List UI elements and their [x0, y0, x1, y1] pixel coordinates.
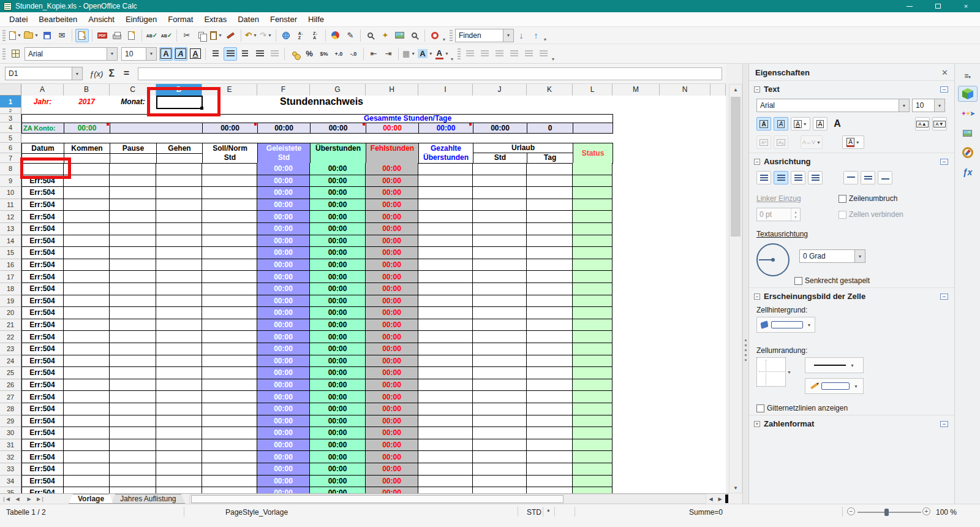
- email-button[interactable]: ✉: [55, 29, 69, 42]
- degrees-dropdown-icon[interactable]: ▼: [854, 250, 865, 262]
- new-document-button[interactable]: ▼: [9, 29, 22, 42]
- cell-L31[interactable]: [573, 439, 612, 452]
- column-header-D[interactable]: D: [156, 84, 202, 96]
- cell-I26[interactable]: [418, 379, 473, 392]
- row-header-17[interactable]: 17: [0, 271, 21, 283]
- cell-B29[interactable]: [64, 415, 110, 428]
- align-toolbar-overflow-icon[interactable]: ▾: [552, 56, 554, 62]
- header-status[interactable]: Status: [573, 143, 613, 164]
- cell-E11[interactable]: [202, 199, 257, 211]
- align-top-button[interactable]: [464, 47, 477, 61]
- cell-K21[interactable]: [527, 319, 573, 332]
- cell-I21[interactable]: [418, 319, 473, 332]
- character-spacing-button[interactable]: A↔V▼: [801, 135, 823, 149]
- cell-D19[interactable]: [156, 295, 202, 308]
- currency-format-button[interactable]: [288, 47, 301, 61]
- cell-C21[interactable]: [110, 319, 156, 332]
- cell-E24[interactable]: [202, 355, 257, 368]
- cell-B34[interactable]: [64, 476, 110, 488]
- cell-A17[interactable]: Err:504: [21, 271, 64, 283]
- tab-gallery[interactable]: [958, 125, 978, 141]
- cell-J35[interactable]: [473, 487, 527, 493]
- cell-L28[interactable]: [573, 403, 612, 415]
- row-header-18[interactable]: 18: [0, 283, 21, 295]
- cell-F19[interactable]: 00:00: [257, 295, 310, 308]
- column-header-K[interactable]: K: [527, 84, 573, 96]
- cell-G29[interactable]: 00:00: [310, 415, 366, 428]
- sidebar-shadow-button[interactable]: A: [830, 117, 845, 131]
- cell-G35[interactable]: 00:00: [310, 487, 366, 493]
- sidebar-font-name-dropdown-icon[interactable]: ▼: [899, 99, 909, 112]
- align-right-button[interactable]: [238, 47, 252, 61]
- menu-datei[interactable]: Datei: [4, 13, 33, 26]
- line-style-button[interactable]: ▼: [805, 357, 864, 373]
- scroll-up-icon[interactable]: ▲: [729, 85, 742, 94]
- cell-E13[interactable]: [202, 223, 257, 235]
- cell-C4-D4[interactable]: [110, 123, 203, 134]
- cell-F28[interactable]: 00:00: [257, 403, 310, 415]
- sidebar-underline-button[interactable]: A▼: [791, 117, 810, 131]
- cell-C24[interactable]: [110, 355, 156, 368]
- align-top-button[interactable]: [843, 171, 858, 184]
- cell-G8[interactable]: 00:00: [310, 163, 366, 175]
- sidebar-italic-button[interactable]: A: [774, 117, 788, 131]
- cell-B33[interactable]: [64, 463, 110, 476]
- cell-F15[interactable]: 00:00: [257, 247, 310, 259]
- row-header-34[interactable]: 34: [0, 476, 21, 488]
- cell-E18[interactable]: [202, 283, 257, 295]
- cell-C12[interactable]: [110, 211, 156, 223]
- cell-D25[interactable]: [156, 367, 202, 379]
- cell-F34[interactable]: 00:00: [257, 476, 310, 488]
- cell-J18[interactable]: [473, 283, 527, 295]
- font-name-select[interactable]: Arial ▼: [24, 47, 118, 61]
- cell-E33[interactable]: [202, 463, 257, 476]
- cell-D33[interactable]: [156, 463, 202, 476]
- cell-E35[interactable]: [202, 487, 257, 493]
- cell-H25[interactable]: 00:00: [366, 367, 418, 379]
- cell-C17[interactable]: [110, 271, 156, 283]
- cell-B30[interactable]: [64, 427, 110, 439]
- row-header-30[interactable]: 30: [0, 427, 21, 439]
- cell-G12[interactable]: 00:00: [310, 211, 366, 223]
- cell-C35[interactable]: [110, 487, 156, 493]
- cell-J30[interactable]: [473, 427, 527, 439]
- header-geleistete-std[interactable]: Geleistete Std: [257, 143, 311, 164]
- cell-A23[interactable]: Err:504: [21, 343, 64, 355]
- function-wizard-button[interactable]: ƒ(x): [89, 67, 104, 80]
- zoom-out-icon[interactable]: −: [847, 507, 855, 515]
- navigator-button[interactable]: ✦: [379, 29, 392, 42]
- cell-C32[interactable]: [110, 451, 156, 463]
- row-header-22[interactable]: 22: [0, 331, 21, 343]
- cell-H22[interactable]: 00:00: [366, 331, 418, 343]
- cell-J28[interactable]: [473, 403, 527, 415]
- collapse-icon[interactable]: −: [754, 159, 760, 165]
- align-block-top-button[interactable]: [508, 47, 521, 61]
- cell-F9[interactable]: 00:00: [257, 175, 310, 188]
- cell-E31[interactable]: [202, 439, 257, 452]
- zoom-slider[interactable]: [858, 512, 921, 513]
- cell-C9[interactable]: [110, 175, 156, 188]
- row-header-5[interactable]: 5: [0, 133, 21, 143]
- vertical-scrollbar-thumb[interactable]: [731, 97, 741, 237]
- menu-hilfe[interactable]: Hilfe: [303, 13, 330, 26]
- cell-K27[interactable]: [527, 391, 573, 403]
- column-header-C[interactable]: C: [110, 84, 156, 96]
- cell-J12[interactable]: [473, 211, 527, 223]
- show-gridlines-checkbox[interactable]: [756, 404, 764, 412]
- gallery-button[interactable]: [393, 29, 407, 42]
- cell-G33[interactable]: 00:00: [310, 463, 366, 476]
- cell-F11[interactable]: 00:00: [257, 199, 310, 211]
- cell-I17[interactable]: [418, 271, 473, 283]
- cell-F12[interactable]: 00:00: [257, 211, 310, 223]
- cell-J20[interactable]: [473, 307, 527, 319]
- row-header-31[interactable]: 31: [0, 439, 21, 452]
- horizontal-scrollbar-thumb[interactable]: [191, 495, 564, 503]
- cell-J29[interactable]: [473, 415, 527, 428]
- zoom-button[interactable]: [408, 29, 421, 42]
- font-size-dropdown-icon[interactable]: ▼: [146, 48, 156, 60]
- cell-J16[interactable]: [473, 259, 527, 271]
- cell-J22[interactable]: [473, 331, 527, 343]
- cell-J25[interactable]: [473, 367, 527, 379]
- cell-D11[interactable]: [156, 199, 202, 211]
- cell-K30[interactable]: [527, 427, 573, 439]
